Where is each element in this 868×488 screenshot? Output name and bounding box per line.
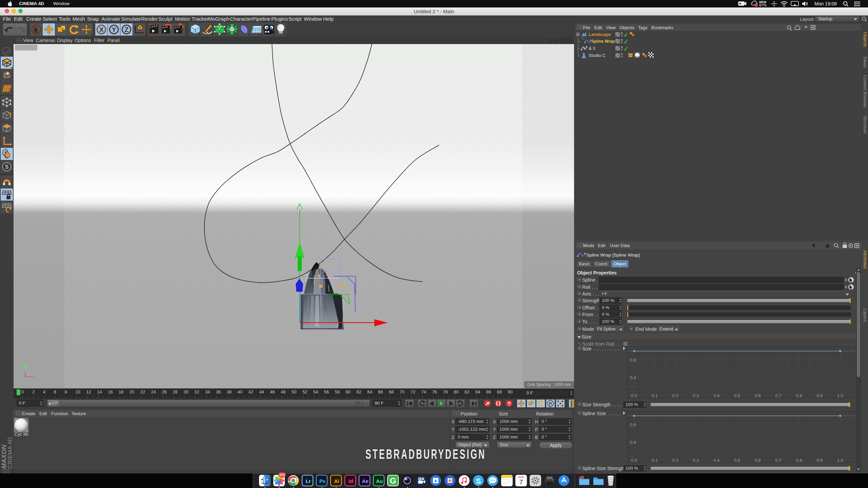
svg-text:P: P [549, 401, 552, 406]
svg-text:38: 38 [227, 389, 232, 394]
svg-text:0.4: 0.4 [713, 458, 719, 463]
svg-text:0.3: 0.3 [693, 458, 699, 463]
svg-text:36: 36 [216, 389, 221, 394]
svg-text:0.6: 0.6 [755, 393, 761, 398]
svg-text:- -: - - [629, 454, 633, 458]
svg-text:AUG: AUG [518, 475, 524, 479]
svg-text:88: 88 [497, 389, 502, 394]
svg-text:20: 20 [130, 389, 134, 394]
svg-text:26: 26 [162, 389, 166, 394]
svg-text:8: 8 [65, 389, 67, 394]
svg-text:7: 7 [519, 479, 523, 486]
svg-text:0.1: 0.1 [652, 393, 658, 398]
svg-text:0.7: 0.7 [775, 393, 782, 398]
svg-text:Cyc Mat: Cyc Mat [15, 432, 28, 437]
svg-text:76: 76 [432, 389, 437, 394]
svg-text:72: 72 [411, 389, 415, 394]
svg-text:87%: 87% [759, 3, 767, 7]
svg-text:14: 14 [97, 389, 102, 394]
svg-text:32: 32 [194, 389, 199, 394]
svg-text:2: 2 [32, 389, 35, 394]
svg-text:z: z [23, 369, 26, 374]
svg-text:86: 86 [486, 389, 491, 394]
svg-text:52: 52 [302, 389, 307, 394]
svg-text:90: 90 [508, 389, 513, 394]
svg-text:0.9: 0.9 [816, 393, 823, 398]
svg-text:0.7: 0.7 [775, 458, 782, 463]
svg-text:0.8: 0.8 [796, 458, 802, 463]
svg-text:56: 56 [324, 389, 329, 394]
svg-text:62: 62 [356, 389, 361, 394]
svg-text:10: 10 [75, 389, 80, 394]
svg-text:0.0: 0.0 [631, 458, 637, 463]
svg-text:G: G [390, 476, 396, 485]
svg-text:12: 12 [86, 389, 91, 394]
svg-text:0.4: 0.4 [630, 440, 636, 445]
svg-text:0.1: 0.1 [652, 458, 658, 463]
svg-text:0.6: 0.6 [755, 458, 761, 463]
svg-text:46: 46 [270, 389, 275, 394]
svg-text:64: 64 [367, 389, 372, 394]
svg-text:Z: Z [124, 26, 129, 33]
svg-text:Spline Wrap: Spline Wrap [591, 39, 615, 44]
svg-text:58: 58 [335, 389, 340, 394]
svg-text:Studio C: Studio C [589, 53, 606, 58]
svg-text:0.4: 0.4 [713, 393, 719, 398]
svg-text:0.8: 0.8 [630, 358, 636, 363]
svg-text:0.3: 0.3 [693, 393, 699, 398]
svg-text:66: 66 [378, 389, 383, 394]
svg-text:78: 78 [443, 389, 448, 394]
svg-text:24: 24 [151, 389, 156, 394]
svg-text:Y: Y [112, 26, 116, 33]
svg-text:0.5: 0.5 [734, 458, 740, 463]
svg-text:70: 70 [400, 389, 405, 394]
svg-text:18: 18 [119, 389, 123, 394]
svg-text:0: 0 [21, 389, 24, 394]
svg-text:54: 54 [313, 389, 318, 394]
svg-text:?: ? [508, 401, 511, 406]
svg-text:74: 74 [421, 389, 426, 394]
svg-text:0.2: 0.2 [672, 458, 678, 463]
svg-text:S: S [476, 477, 481, 485]
svg-text:4: 4 [43, 389, 45, 394]
svg-text:6: 6 [54, 389, 56, 394]
svg-text:0.8: 0.8 [630, 422, 636, 427]
svg-text:- -: - - [629, 389, 633, 393]
svg-text:30: 30 [183, 389, 188, 394]
svg-text:82: 82 [465, 389, 469, 394]
svg-text:x: x [33, 374, 36, 380]
svg-text:& 3: & 3 [589, 46, 595, 51]
svg-text:0.4: 0.4 [630, 375, 636, 380]
svg-text:40: 40 [238, 389, 242, 394]
svg-text:42: 42 [249, 389, 253, 394]
svg-text:1.0: 1.0 [837, 458, 843, 463]
svg-text:0.0: 0.0 [631, 393, 637, 398]
svg-text:60: 60 [346, 389, 350, 394]
svg-text:44: 44 [259, 389, 264, 394]
svg-text:48: 48 [281, 389, 285, 394]
svg-text:0.9: 0.9 [816, 458, 823, 463]
svg-text:0.2: 0.2 [672, 393, 678, 398]
svg-text:X: X [99, 26, 104, 33]
svg-text:22: 22 [140, 389, 145, 394]
svg-text:80: 80 [454, 389, 458, 394]
svg-text:0.5: 0.5 [734, 393, 740, 398]
svg-text:1.0: 1.0 [837, 393, 843, 398]
svg-text:16: 16 [108, 389, 113, 394]
svg-text:50: 50 [292, 389, 296, 394]
svg-text:84: 84 [475, 389, 480, 394]
svg-text:68: 68 [389, 389, 394, 394]
svg-text:0.8: 0.8 [796, 393, 802, 398]
svg-text:34: 34 [205, 389, 210, 394]
svg-text:Landscape: Landscape [589, 32, 611, 37]
svg-text:28: 28 [173, 389, 177, 394]
